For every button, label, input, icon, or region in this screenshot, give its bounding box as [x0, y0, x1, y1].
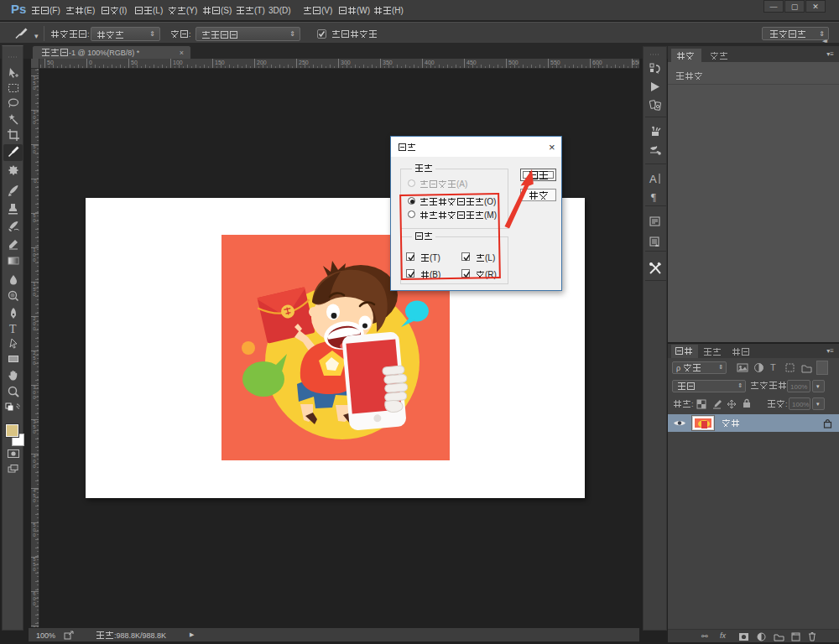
svg-text:A: A	[649, 173, 657, 185]
svg-text:T: T	[9, 323, 17, 335]
svg-text:¶: ¶	[651, 190, 656, 203]
